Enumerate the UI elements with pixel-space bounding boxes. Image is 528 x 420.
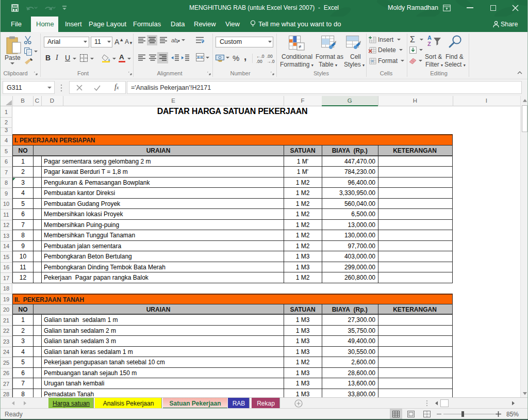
svg-text:≠: ≠ [299,44,302,50]
svg-text:ab: ab [171,37,177,43]
